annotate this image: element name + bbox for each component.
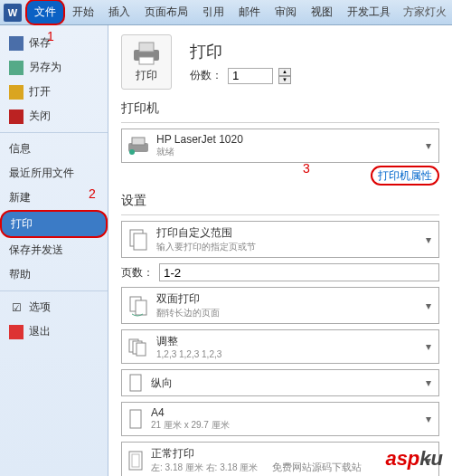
duplex-select[interactable]: 双面打印翻转长边的页面 ▾ xyxy=(121,287,439,324)
printer-device-icon xyxy=(126,133,151,158)
sidebar-label: 退出 xyxy=(29,324,51,339)
tab-page-layout[interactable]: 页面布局 xyxy=(137,1,195,24)
collate-select[interactable]: 调整1,2,3 1,2,3 1,2,3 ▾ xyxy=(121,329,439,364)
spin-down-icon[interactable]: ▼ xyxy=(278,76,291,84)
ribbon-tabs: W 文件 开始 插入 页面布局 引用 邮件 审阅 视图 开发工具 方家灯火 xyxy=(0,0,452,25)
sidebar-label: 另存为 xyxy=(29,60,61,75)
paper-title: A4 xyxy=(151,406,417,419)
portrait-icon xyxy=(126,373,146,393)
sidebar-label: 关闭 xyxy=(29,109,51,124)
sidebar-label: 信息 xyxy=(9,141,31,157)
pages-label: 页数： xyxy=(121,265,154,281)
tab-references[interactable]: 引用 xyxy=(195,1,231,24)
margin-title: 正常打印 xyxy=(151,446,417,462)
window-title: 方家灯火 xyxy=(403,5,452,20)
chevron-down-icon: ▾ xyxy=(422,413,435,425)
saveas-icon xyxy=(9,61,24,75)
tab-file[interactable]: 文件 xyxy=(25,0,65,25)
sidebar-item-info[interactable]: 信息 xyxy=(0,137,108,161)
duplex-title: 双面打印 xyxy=(156,291,417,307)
pages-input[interactable] xyxy=(159,263,439,281)
svg-rect-13 xyxy=(130,375,141,391)
sidebar-label: 新建 xyxy=(9,190,31,205)
exit-icon xyxy=(9,325,24,339)
sidebar-label: 保存并发送 xyxy=(9,243,63,258)
tab-insert[interactable]: 插入 xyxy=(101,1,137,24)
sidebar-item-close[interactable]: 关闭 xyxy=(0,104,108,129)
page-range-icon xyxy=(126,227,151,252)
svg-rect-9 xyxy=(136,300,146,315)
tab-home[interactable]: 开始 xyxy=(65,1,101,24)
collate-sub: 1,2,3 1,2,3 1,2,3 xyxy=(156,349,417,359)
word-app-icon: W xyxy=(4,4,22,22)
print-range-select[interactable]: 打印自定义范围输入要打印的指定页或节 ▾ xyxy=(121,221,439,258)
print-button-label: 打印 xyxy=(136,69,157,81)
sidebar-item-exit[interactable]: 退出 xyxy=(0,319,108,344)
chevron-down-icon: ▾ xyxy=(422,340,435,353)
sidebar-item-options[interactable]: ☑选项 xyxy=(0,295,108,319)
tab-developer[interactable]: 开发工具 xyxy=(340,1,398,24)
print-title: 打印 xyxy=(190,41,291,62)
sidebar-item-open[interactable]: 打开 xyxy=(0,80,108,104)
copies-label: 份数： xyxy=(190,68,222,83)
save-icon xyxy=(9,36,24,51)
backstage-sidebar: 保存 另存为 打开 关闭 信息 最近所用文件 新建 打印 保存并发送 帮助 ☑选… xyxy=(0,25,108,476)
sidebar-label: 选项 xyxy=(29,300,51,315)
svg-rect-4 xyxy=(132,138,145,145)
printer-icon xyxy=(130,41,163,66)
sidebar-item-print[interactable]: 打印 xyxy=(0,210,108,238)
divider xyxy=(0,132,108,133)
range-sub: 输入要打印的指定页或节 xyxy=(156,241,417,253)
collate-icon xyxy=(126,334,151,359)
tab-mailings[interactable]: 邮件 xyxy=(231,1,268,24)
tab-view[interactable]: 视图 xyxy=(304,1,340,24)
sidebar-item-save-send[interactable]: 保存并发送 xyxy=(0,238,108,262)
chevron-down-icon: ▾ xyxy=(422,139,435,152)
sidebar-item-help[interactable]: 帮助 xyxy=(0,262,108,287)
svg-rect-14 xyxy=(130,410,141,428)
copies-input[interactable] xyxy=(228,68,273,84)
paper-sub: 21 厘米 x 29.7 厘米 xyxy=(151,419,417,432)
svg-rect-2 xyxy=(139,57,154,64)
open-icon xyxy=(9,85,24,100)
print-button[interactable]: 打印 xyxy=(121,34,172,90)
chevron-down-icon: ▾ xyxy=(422,233,435,246)
svg-rect-7 xyxy=(134,233,146,250)
paper-size-select[interactable]: A421 厘米 x 29.7 厘米 ▾ xyxy=(121,402,439,436)
page-size-icon xyxy=(126,409,146,429)
copies-spinner[interactable]: ▲▼ xyxy=(278,68,291,84)
print-backstage: 打印 打印 份数： ▲▼ 打印机 HP LaserJet 1020就绪 ▾ 打印… xyxy=(108,25,452,476)
tab-review[interactable]: 审阅 xyxy=(268,1,304,24)
chevron-down-icon: ▾ xyxy=(422,300,435,312)
printer-section-label: 打印机 xyxy=(121,100,439,117)
sidebar-label: 打开 xyxy=(29,84,51,100)
svg-point-5 xyxy=(129,149,135,155)
duplex-sub: 翻转长边的页面 xyxy=(156,307,417,319)
settings-section-label: 设置 xyxy=(121,193,439,209)
divider xyxy=(121,214,439,215)
printer-select[interactable]: HP LaserJet 1020就绪 ▾ xyxy=(121,129,439,163)
watermark-subtitle: 免费网站源码下载站 xyxy=(272,461,362,474)
divider xyxy=(0,290,108,291)
orientation-select[interactable]: 纵向 ▾ xyxy=(121,369,439,396)
sidebar-item-new[interactable]: 新建 xyxy=(0,186,108,210)
options-icon: ☑ xyxy=(9,300,24,315)
sidebar-label: 最近所用文件 xyxy=(9,166,74,181)
orientation-title: 纵向 xyxy=(151,376,417,391)
sidebar-item-recent[interactable]: 最近所用文件 xyxy=(0,161,108,186)
printer-properties-link[interactable]: 打印机属性 xyxy=(371,166,439,186)
chevron-down-icon: ▾ xyxy=(422,376,435,389)
sidebar-label: 保存 xyxy=(29,35,51,51)
duplex-icon xyxy=(126,293,151,319)
svg-rect-12 xyxy=(137,343,146,356)
spin-up-icon[interactable]: ▲ xyxy=(278,68,291,76)
watermark-logo: aspku xyxy=(385,447,443,471)
divider xyxy=(121,122,439,123)
svg-rect-1 xyxy=(139,43,154,52)
range-title: 打印自定义范围 xyxy=(156,225,417,241)
margins-icon xyxy=(126,451,146,471)
close-icon xyxy=(9,109,24,124)
printer-name: HP LaserJet 1020 xyxy=(156,133,417,146)
sidebar-item-saveas[interactable]: 另存为 xyxy=(0,55,108,80)
sidebar-item-save[interactable]: 保存 xyxy=(0,31,108,55)
